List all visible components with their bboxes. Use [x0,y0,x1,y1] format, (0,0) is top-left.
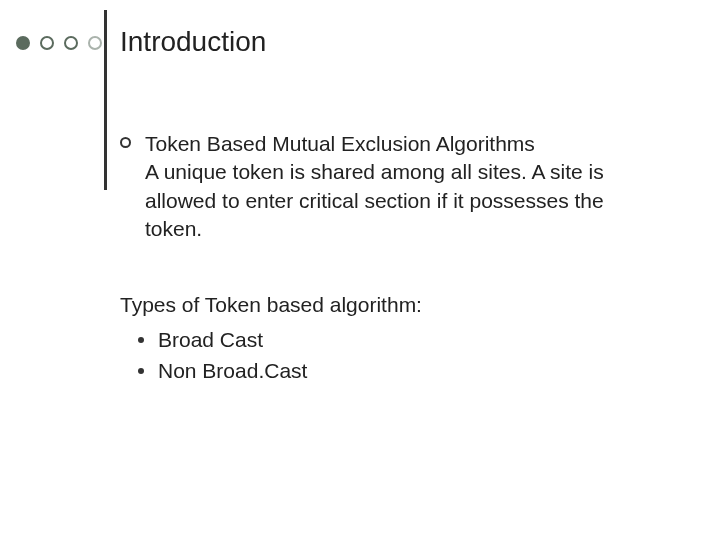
dot-bullet-icon [138,368,144,374]
list-item: Non Broad.Cast [138,355,660,387]
list-item: Broad Cast [138,324,660,356]
types-heading: Types of Token based algorithm: [120,291,660,319]
bullet-heading: Token Based Mutual Exclusion Algorithms [145,130,660,158]
vertical-divider [104,10,107,190]
dot-icon [88,36,102,50]
dot-bullet-icon [138,337,144,343]
slide-title: Introduction [120,26,266,58]
bullet-item: Token Based Mutual Exclusion Algorithms … [120,130,660,243]
slide-body: Token Based Mutual Exclusion Algorithms … [120,130,660,387]
list-item-label: Broad Cast [158,324,263,356]
list-item-label: Non Broad.Cast [158,355,307,387]
types-list: Broad Cast Non Broad.Cast [138,324,660,387]
dot-icon [64,36,78,50]
slide: Introduction Token Based Mutual Exclusio… [0,0,720,540]
dot-icon [40,36,54,50]
dot-icon [16,36,30,50]
bullet-text: Token Based Mutual Exclusion Algorithms … [145,130,660,243]
bullet-description: A unique token is shared among all sites… [145,158,660,243]
circle-bullet-icon [120,137,131,148]
decorative-dots [16,36,102,50]
